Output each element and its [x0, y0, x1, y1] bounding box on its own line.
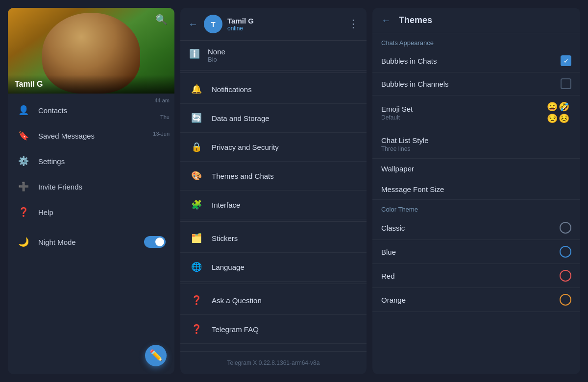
language-icon: 🌐 — [189, 260, 204, 274]
faq-label: Telegram FAQ — [212, 325, 259, 334]
font-size-label-wrap: Message Font Size — [381, 185, 571, 193]
left-panel: Tamil G 🔍 👤 Contacts 🔖 Saved Messages ⚙️… — [8, 8, 174, 374]
sidebar-item-help[interactable]: ❓ Help — [8, 199, 174, 225]
settings-item-ask-question[interactable]: ❓ Ask a Question — [180, 286, 367, 315]
data-storage-icon: 🔄 — [189, 111, 204, 125]
invite-friends-icon: ➕ — [17, 180, 30, 193]
saved-messages-label: Saved Messages — [38, 132, 95, 140]
emoji-set-sublabel: Default — [381, 114, 547, 121]
bio-main: None — [208, 48, 225, 56]
faq-icon: ❓ — [189, 322, 204, 336]
settings-item-themes[interactable]: 🎨 Themes and Chats — [180, 162, 367, 191]
user-status: online — [227, 25, 348, 32]
user-name: Tamil G — [227, 17, 348, 25]
themes-chats-label: Themes and Chats — [212, 172, 274, 180]
bubbles-in-chats-item[interactable]: Bubbles in Chats ✓ — [372, 49, 580, 72]
bubbles-in-channels-label-wrap: Bubbles in Channels — [381, 80, 561, 88]
color-orange-label-wrap: Orange — [381, 296, 560, 304]
emoji-4: 😣 — [559, 113, 569, 124]
font-size-item[interactable]: Message Font Size — [372, 179, 580, 200]
search-icon[interactable]: 🔍 — [155, 14, 168, 25]
saved-messages-icon: 🔖 — [17, 129, 30, 143]
settings-item-notifications[interactable]: 🔔 Notifications — [180, 75, 367, 104]
stickers-label: Stickers — [212, 234, 238, 242]
wallpaper-label-wrap: Wallpaper — [381, 165, 571, 173]
color-blue-label-wrap: Blue — [381, 248, 560, 256]
interface-label: Interface — [212, 201, 240, 209]
settings-item-language[interactable]: 🌐 Language — [180, 253, 367, 282]
bubbles-in-channels-item[interactable]: Bubbles in Channels — [372, 72, 580, 96]
color-orange-label: Orange — [381, 296, 560, 304]
color-blue-radio[interactable] — [560, 246, 571, 258]
night-mode-toggle[interactable] — [144, 236, 166, 248]
wallpaper-label: Wallpaper — [381, 165, 571, 173]
chats-appearance-header: Chats Appearance — [372, 33, 580, 49]
compose-button[interactable]: ✏️ — [145, 345, 167, 366]
chat-list-style-label-wrap: Chat List Style Three lines — [381, 136, 571, 152]
themes-title: Themes — [399, 15, 432, 25]
chat-list-style-item[interactable]: Chat List Style Three lines — [372, 130, 580, 159]
privacy-label: Privacy and Security — [212, 143, 279, 151]
app-version: Telegram X 0.22.8.1361-arm64-v8a — [180, 351, 367, 374]
color-orange-item[interactable]: Orange — [372, 288, 580, 312]
settings-label: Settings — [38, 157, 65, 166]
themes-back-button[interactable]: ← — [381, 15, 391, 26]
interface-icon: 🧩 — [189, 197, 204, 212]
sidebar-item-invite-friends[interactable]: ➕ Invite Friends — [8, 174, 174, 199]
color-red-label-wrap: Red — [381, 272, 560, 280]
notifications-label: Notifications — [212, 85, 252, 94]
emoji-2: 🤣 — [559, 101, 569, 112]
settings-item-data-storage[interactable]: 🔄 Data and Storage — [180, 104, 367, 133]
emoji-3: 😒 — [547, 113, 558, 124]
language-label: Language — [212, 263, 245, 271]
section-divider — [180, 72, 367, 73]
bubbles-in-chats-checkbox[interactable]: ✓ — [561, 55, 571, 66]
chat-list-style-sublabel: Three lines — [381, 145, 571, 152]
settings-item-stickers[interactable]: 🗂️ Stickers — [180, 224, 367, 253]
info-icon: ℹ️ — [189, 48, 200, 59]
sidebar-item-settings[interactable]: ⚙️ Settings — [8, 148, 174, 174]
settings-icon: ⚙️ — [17, 154, 30, 168]
emoji-set-item[interactable]: Emoji Set Default 😀 🤣 😒 😣 — [372, 96, 580, 130]
color-classic-label: Classic — [381, 224, 560, 232]
user-avatar: T — [204, 15, 222, 33]
emoji-set-label: Emoji Set — [381, 105, 547, 113]
emoji-set-icons: 😀 🤣 😒 😣 — [547, 101, 571, 124]
bubbles-in-chats-label-wrap: Bubbles in Chats — [381, 57, 561, 65]
left-menu: 👤 Contacts 🔖 Saved Messages ⚙️ Settings … — [8, 94, 174, 374]
settings-header: ← T Tamil G online ⋮ — [180, 8, 367, 41]
color-red-item[interactable]: Red — [372, 264, 580, 288]
sidebar-item-contacts[interactable]: 👤 Contacts — [8, 97, 174, 123]
screen-container: Tamil G 🔍 👤 Contacts 🔖 Saved Messages ⚙️… — [0, 0, 588, 382]
bio-sub: Bio — [208, 56, 225, 63]
bubbles-in-channels-checkbox[interactable] — [561, 78, 571, 89]
more-options-button[interactable]: ⋮ — [348, 18, 359, 30]
wallpaper-item[interactable]: Wallpaper — [372, 159, 580, 179]
ask-question-label: Ask a Question — [212, 296, 262, 305]
middle-panel: ← T Tamil G online ⋮ ℹ️ None Bio 🔔 Notif… — [180, 8, 367, 374]
chat-list-style-label: Chat List Style — [381, 136, 571, 144]
right-panel: ← Themes Chats Appearance Bubbles in Cha… — [372, 8, 580, 374]
settings-item-privacy[interactable]: 🔒 Privacy and Security — [180, 133, 367, 162]
stickers-icon: 🗂️ — [189, 231, 204, 245]
color-classic-label-wrap: Classic — [381, 224, 560, 232]
color-orange-radio[interactable] — [560, 294, 571, 306]
back-button[interactable]: ← — [188, 19, 198, 30]
bio-section: ℹ️ None Bio — [180, 41, 367, 71]
settings-item-faq[interactable]: ❓ Telegram FAQ — [180, 315, 367, 344]
color-classic-radio[interactable] — [560, 222, 571, 234]
sidebar-item-saved-messages[interactable]: 🔖 Saved Messages — [8, 123, 174, 148]
privacy-icon: 🔒 — [189, 140, 204, 154]
color-red-radio[interactable] — [560, 270, 571, 282]
contacts-label: Contacts — [38, 106, 67, 115]
section-divider-2 — [180, 221, 367, 222]
user-title-area: Tamil G online — [227, 17, 348, 32]
bubbles-in-channels-label: Bubbles in Channels — [381, 80, 561, 88]
color-classic-item[interactable]: Classic — [372, 216, 580, 240]
settings-item-interface[interactable]: 🧩 Interface — [180, 191, 367, 219]
help-icon: ❓ — [17, 205, 30, 219]
menu-divider — [8, 227, 174, 227]
color-theme-header: Color Theme — [372, 200, 580, 216]
font-size-label: Message Font Size — [381, 185, 571, 193]
color-blue-item[interactable]: Blue — [372, 240, 580, 264]
